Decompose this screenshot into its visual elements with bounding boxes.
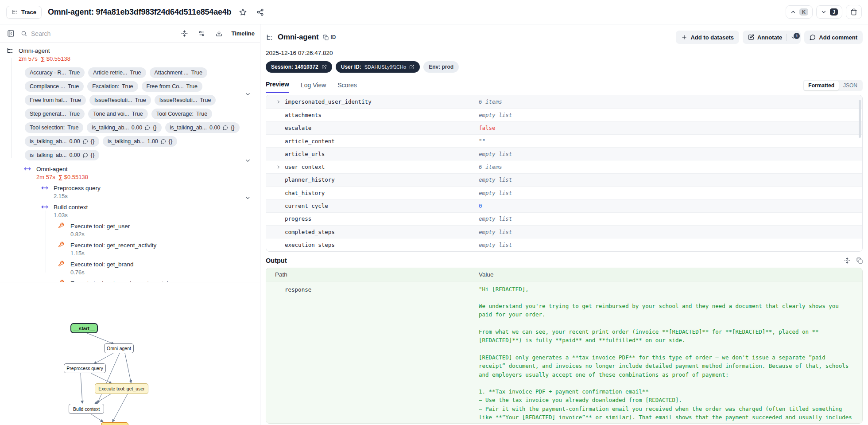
format-formatted[interactable]: Formatted <box>804 81 839 90</box>
score-badge-label: is_talking_ab... <box>92 125 128 131</box>
score-badge-label: Tool Coverage: <box>156 111 194 117</box>
collapse-all-button[interactable] <box>179 28 190 39</box>
move-horizontal-icon <box>41 184 48 191</box>
sliders-icon <box>198 30 205 37</box>
score-badge-value: 0.00 <box>69 152 80 158</box>
score-badge[interactable]: Tool selection:True <box>25 122 83 133</box>
share-button[interactable] <box>255 7 266 18</box>
scrollbar-thumb[interactable] <box>859 100 861 138</box>
score-badge-label: is_talking_ab... <box>108 138 144 144</box>
expand-row-button[interactable] <box>276 164 281 170</box>
user-id-badge[interactable]: User ID: SDAHUSLy9f1CHo <box>336 61 420 73</box>
score-badge[interactable]: Tone and voi...True <box>88 109 148 119</box>
add-to-datasets-button[interactable]: Add to datasets <box>676 31 739 44</box>
preview-key: attachments <box>266 112 479 118</box>
collapse-chevron[interactable] <box>244 157 251 164</box>
score-badge-value: True <box>132 111 143 117</box>
prev-trace-button[interactable]: K <box>786 5 813 19</box>
format-json[interactable]: JSON <box>839 81 862 90</box>
score-badge[interactable]: is_talking_ab...0.00{} <box>87 122 161 133</box>
collapse-chevron[interactable] <box>244 195 251 201</box>
score-badge[interactable]: Escalation:True <box>87 81 138 92</box>
observation-panel: Omni-agent ID Add to datasets Annotate <box>260 24 868 425</box>
copy-output-button[interactable] <box>856 257 863 264</box>
trace-span-agent[interactable]: Omni-agent2m 57s ∑ $0.55138 <box>0 47 260 63</box>
trace-span-agent[interactable]: Omni-agent2m 57s ∑ $0.55138 <box>0 165 260 181</box>
copy-id-button[interactable]: ID <box>323 34 336 40</box>
graph-node[interactable]: __start__ <box>70 323 98 333</box>
trace-sidebar: Timeline Omni-agent2m 57s ∑ $0.55138Accu… <box>0 24 260 425</box>
external-link-icon <box>409 64 415 70</box>
output-col-value: Value <box>479 271 862 278</box>
graph-node-partial[interactable] <box>101 422 128 425</box>
trace-span-tool[interactable]: Execute tool: get_recent_activity1.15s <box>0 241 260 257</box>
score-badge-label: is_talking_ab... <box>30 152 66 158</box>
add-comment-button[interactable]: Add comment <box>804 31 863 44</box>
score-badge[interactable]: Accuracy - R...True <box>25 67 85 78</box>
next-trace-button[interactable]: J <box>816 5 842 19</box>
trace-type-pill[interactable]: Trace <box>6 6 42 19</box>
score-badge[interactable]: Compliance ...True <box>25 81 84 92</box>
score-badge[interactable]: Attachment ...True <box>150 67 207 78</box>
span-label: Preprocess query <box>54 184 101 192</box>
score-badge[interactable]: is_talking_ab...0.00{} <box>25 136 99 147</box>
score-badge-value: 1.00 <box>147 138 158 144</box>
external-link-icon <box>322 64 327 70</box>
input-preview-table: impersonated_user_identity6 itemsattachm… <box>266 95 863 252</box>
span-label: Execute tool: get_previous_steps_taken <box>70 279 176 282</box>
preview-key-text: progress <box>285 215 311 222</box>
score-badge-label: Tool selection: <box>30 125 65 131</box>
score-badge[interactable]: Tool Coverage:True <box>151 109 212 119</box>
score-badge[interactable]: is_talking_ab...0.00{} <box>165 122 240 133</box>
score-badge[interactable]: Article retrie...True <box>88 67 146 78</box>
collapse-panel-button[interactable] <box>5 28 16 39</box>
expand-row-button[interactable] <box>276 99 281 105</box>
search-input[interactable] <box>31 30 175 37</box>
search-box[interactable] <box>21 30 175 37</box>
trace-span-tool[interactable]: Execute tool: get_previous_steps_taken1.… <box>0 279 260 282</box>
preview-key: completed_steps <box>266 229 479 235</box>
span-duration: 0.76s <box>70 269 134 277</box>
graph-node[interactable]: Build context <box>69 404 104 414</box>
annotate-dropdown-button[interactable]: 1 <box>787 35 801 40</box>
trace-span-agent[interactable]: Build context1.03s <box>0 203 260 219</box>
score-badge[interactable]: Step generat...True <box>25 109 85 119</box>
score-badge-label: IssueResoluti... <box>159 97 197 103</box>
score-badge[interactable]: is_talking_ab...1.00{} <box>103 136 177 147</box>
graph-node[interactable]: Execute tool: get_user <box>95 383 148 394</box>
annotate-button[interactable]: Annotate <box>743 34 787 41</box>
message-circle-icon <box>145 125 150 130</box>
trace-span-tool[interactable]: Execute tool: get_user0.82s <box>0 222 260 238</box>
tree-guide-line <box>11 58 12 158</box>
session-badge[interactable]: Session: 14910372 <box>266 61 332 73</box>
trace-span-tool[interactable]: Execute tool: get_brand0.76s <box>0 260 260 277</box>
collapse-chevron[interactable] <box>244 91 251 97</box>
preview-key-text: chat_history <box>285 190 325 196</box>
delete-trace-button[interactable] <box>846 5 862 19</box>
score-badge-value: True <box>191 70 202 76</box>
trace-span-agent[interactable]: Preprocess query2.15s <box>0 184 260 200</box>
list-tree-icon <box>12 9 18 16</box>
timeline-toggle[interactable]: Timeline <box>231 30 255 37</box>
graph-node[interactable]: Preprocess query <box>64 363 106 373</box>
download-icon <box>216 30 222 37</box>
tab-scores[interactable]: Scores <box>337 79 357 93</box>
expand-output-button[interactable] <box>844 257 850 264</box>
view-settings-button[interactable] <box>197 28 207 39</box>
preview-row: execution_stepsempty list <box>266 238 862 251</box>
star-button[interactable] <box>237 7 248 18</box>
score-badge[interactable]: Free from Co...True <box>142 81 202 92</box>
download-button[interactable] <box>214 28 224 39</box>
tab-log-view[interactable]: Log View <box>301 79 326 93</box>
preview-key: chat_history <box>266 190 479 196</box>
session-label: Session: 14910372 <box>271 64 318 70</box>
score-badge[interactable]: Free from hal...True <box>25 95 86 105</box>
tab-preview[interactable]: Preview <box>266 78 289 93</box>
score-badge-value: True <box>186 83 198 90</box>
preview-value: empty list <box>479 242 862 248</box>
score-badge-label: Attachment ... <box>155 70 189 76</box>
score-badge[interactable]: IssueResoluti...True <box>89 95 151 105</box>
graph-node[interactable]: Omni-agent <box>104 343 134 353</box>
score-badge[interactable]: is_talking_ab...0.00{} <box>25 150 99 160</box>
score-badge[interactable]: IssueResoluti...True <box>155 95 216 105</box>
